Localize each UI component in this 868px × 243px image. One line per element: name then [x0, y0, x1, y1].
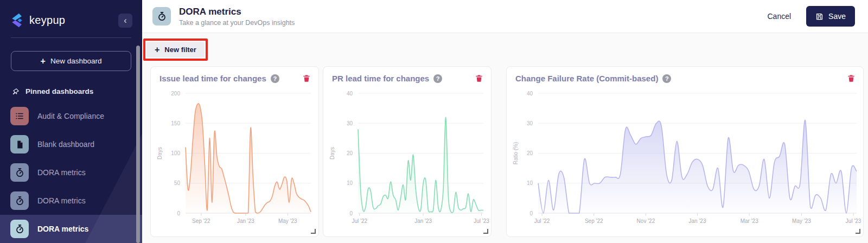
pinned-dashboards-header: Pinned dashboards: [0, 71, 142, 102]
help-icon[interactable]: ?: [662, 74, 671, 83]
highlight-annotation: + New filter: [143, 39, 208, 61]
pinned-dashboards-label: Pinned dashboards: [25, 87, 93, 95]
svg-text:Jul '23: Jul '23: [846, 218, 861, 224]
sidebar-item-dora-metrics[interactable]: DORA metrics: [0, 158, 142, 187]
svg-text:Jul '23: Jul '23: [474, 218, 489, 224]
chart-card-1: PR lead time for changes ? 010203040Days…: [323, 66, 492, 237]
svg-text:10: 10: [527, 180, 533, 186]
dashboard-content: + New filter Issue lead time for changes…: [142, 33, 868, 243]
svg-text:Days: Days: [329, 147, 335, 159]
trash-icon[interactable]: [847, 74, 856, 83]
sidebar-item-label: Blank dashboard: [37, 140, 94, 149]
svg-text:Sep '22: Sep '22: [192, 218, 210, 224]
chart-title: Issue lead time for changes: [159, 74, 266, 83]
sidebar-item-audit-compliance[interactable]: Audit & Compliance: [0, 102, 142, 130]
widgets-row: Issue lead time for changes ? 0501001502…: [150, 66, 864, 237]
logo-text: keypup: [29, 14, 65, 27]
trash-icon[interactable]: [475, 74, 483, 83]
svg-text:40: 40: [527, 91, 533, 97]
sidebar-item-label: Audit & Compliance: [37, 112, 104, 120]
plus-icon: +: [41, 57, 46, 66]
vertical-scrollbar[interactable]: [136, 46, 140, 243]
sidebar-item-label: DORA metrics: [37, 225, 88, 233]
help-icon[interactable]: ?: [271, 74, 279, 83]
sidebar-collapse-button[interactable]: ‹: [118, 14, 132, 28]
trash-icon[interactable]: [302, 74, 311, 83]
save-button[interactable]: Save: [806, 6, 855, 27]
sidebar-item-blank-dashboard[interactable]: Blank dashboard: [0, 130, 142, 158]
save-label: Save: [828, 12, 846, 21]
help-icon[interactable]: ?: [433, 74, 442, 83]
svg-text:30: 30: [347, 120, 353, 126]
svg-text:Sep '22: Sep '22: [585, 218, 603, 224]
area-chart: 010203040DaysJul '22Jan '23Jul '23: [323, 86, 491, 232]
stopwatch-icon: [10, 191, 29, 210]
area-chart: 050100150200DaysSep '22Jan '23May '23: [151, 86, 318, 232]
svg-text:May '23: May '23: [278, 218, 297, 224]
svg-text:Ratio (%): Ratio (%): [513, 142, 519, 165]
stopwatch-icon: [10, 220, 29, 238]
svg-text:May '23: May '23: [792, 218, 811, 224]
logo-row: keypup ‹: [0, 0, 142, 34]
svg-text:Days: Days: [157, 147, 163, 159]
plus-icon: +: [155, 46, 159, 54]
main-area: DORA metrics Take a glance at your DevOp…: [142, 0, 868, 243]
svg-text:Mar '23: Mar '23: [741, 218, 758, 224]
chart-card-0: Issue lead time for changes ? 0501001502…: [150, 66, 319, 237]
save-icon: [815, 12, 824, 21]
svg-text:0: 0: [349, 210, 353, 216]
chart-card-2: Change Failure Rate (Commit-based) ? 010…: [506, 66, 864, 237]
keypup-logo-icon: [10, 13, 24, 28]
pinned-dashboards-list: Audit & ComplianceBlank dashboardDORA me…: [0, 102, 142, 243]
svg-text:0: 0: [177, 210, 180, 216]
pin-icon: [12, 88, 20, 95]
resize-handle[interactable]: [311, 229, 316, 234]
page-title: DORA metrics: [179, 7, 295, 17]
svg-text:150: 150: [171, 120, 180, 126]
svg-text:Jan '23: Jan '23: [689, 218, 706, 224]
resize-handle[interactable]: [856, 229, 860, 234]
stopwatch-icon: [152, 7, 171, 25]
app-window: keypup ‹ + New dashboard Pinned dashboar…: [0, 0, 868, 243]
list-icon: [10, 107, 29, 125]
svg-text:30: 30: [527, 120, 533, 126]
svg-text:20: 20: [347, 150, 353, 156]
svg-text:Nov '22: Nov '22: [637, 218, 655, 224]
area-chart: 010203040Ratio (%)Jul '22Sep '22Nov '22J…: [507, 86, 863, 232]
resize-handle[interactable]: [483, 229, 488, 234]
stopwatch-icon: [10, 163, 29, 182]
chart-title: Change Failure Rate (Commit-based): [515, 74, 658, 83]
sidebar: keypup ‹ + New dashboard Pinned dashboar…: [0, 0, 142, 243]
cancel-button[interactable]: Cancel: [767, 12, 791, 21]
new-dashboard-label: New dashboard: [50, 57, 102, 65]
sidebar-divider: [11, 37, 131, 38]
dashboard-header: DORA metrics Take a glance at your DevOp…: [142, 0, 868, 33]
svg-text:10: 10: [347, 180, 353, 186]
sidebar-item-dora-metrics[interactable]: DORA metrics: [0, 187, 142, 215]
chevron-left-icon: ‹: [124, 16, 126, 25]
new-filter-label: New filter: [164, 46, 196, 54]
svg-text:200: 200: [171, 91, 180, 97]
sidebar-item-dora-metrics[interactable]: DORA metrics: [0, 215, 142, 243]
chart-title: PR lead time for changes: [332, 74, 429, 83]
new-filter-button[interactable]: + New filter: [146, 42, 205, 57]
new-dashboard-button[interactable]: + New dashboard: [11, 51, 131, 71]
page-subtitle: Take a glance at your DevOps insights: [179, 19, 295, 27]
svg-text:100: 100: [171, 150, 180, 156]
svg-text:50: 50: [174, 180, 181, 186]
svg-text:Jul '22: Jul '22: [534, 218, 550, 224]
svg-text:20: 20: [527, 150, 533, 156]
document-icon: [10, 135, 29, 154]
sidebar-item-label: DORA metrics: [37, 168, 86, 177]
svg-text:Jan '23: Jan '23: [237, 218, 254, 224]
svg-text:40: 40: [347, 91, 353, 97]
sidebar-item-label: DORA metrics: [37, 196, 86, 205]
svg-text:Jan '23: Jan '23: [414, 218, 432, 224]
svg-text:Jul '22: Jul '22: [352, 218, 367, 224]
svg-text:0: 0: [529, 210, 533, 216]
